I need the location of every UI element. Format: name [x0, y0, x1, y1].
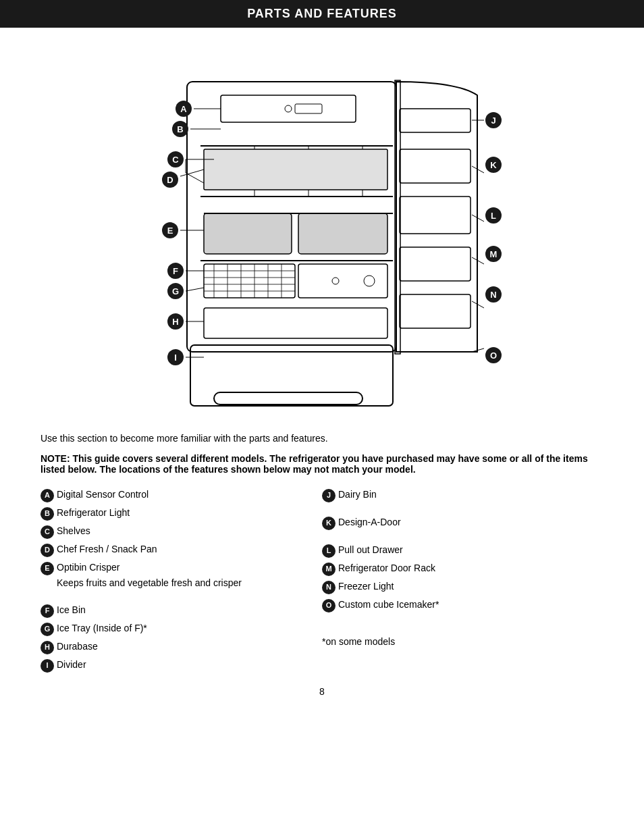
svg-line-45 — [186, 173, 204, 183]
svg-rect-4 — [400, 149, 471, 183]
badge-m: M — [322, 563, 336, 576]
features-right: J Dairy Bin K Design-A-Door L Pull out D… — [322, 488, 603, 673]
features-left: A Digital Sensor Control B Refrigerator … — [41, 488, 322, 673]
feature-l: L Pull out Drawer — [322, 544, 603, 558]
svg-text:O: O — [490, 350, 497, 361]
label-b: Refrigerator Light — [57, 506, 322, 520]
svg-point-11 — [285, 105, 292, 112]
svg-text:K: K — [490, 160, 497, 170]
svg-text:H: H — [172, 317, 178, 327]
feature-m: M Refrigerator Door Rack — [322, 562, 603, 576]
feature-n: N Freezer Light — [322, 580, 603, 594]
feature-e-sub: Keeps fruits and vegetable fresh and cri… — [57, 577, 322, 590]
feature-d: D Chef Fresh / Snack Pan — [41, 543, 322, 557]
svg-text:G: G — [172, 286, 179, 296]
badge-h: H — [41, 641, 54, 654]
refrigerator-diagram: A B C D E F G H I — [86, 41, 558, 419]
svg-text:D: D — [167, 175, 173, 185]
badge-a: A — [41, 489, 54, 502]
svg-text:L: L — [491, 211, 496, 221]
badge-k: K — [322, 517, 336, 530]
label-m: Refrigerator Door Rack — [338, 562, 603, 575]
svg-rect-2 — [214, 392, 363, 405]
feature-i: I Divider — [41, 658, 322, 673]
label-c: Shelves — [57, 525, 322, 538]
badge-b: B — [41, 507, 54, 521]
page-header: PARTS AND FEATURES — [0, 0, 644, 28]
feature-f: F Ice Bin — [41, 604, 322, 618]
label-n: Freezer Light — [338, 580, 603, 594]
label-j: Dairy Bin — [338, 488, 603, 502]
page-number: 8 — [0, 686, 644, 710]
label-d: Chef Fresh / Snack Pan — [57, 543, 322, 556]
label-a: Digital Sensor Control — [57, 488, 322, 502]
svg-rect-7 — [400, 294, 471, 328]
on-models-right: *on some models — [322, 635, 603, 649]
svg-rect-36 — [204, 308, 387, 338]
svg-rect-33 — [298, 264, 387, 298]
svg-rect-17 — [204, 149, 387, 190]
features-grid: A Digital Sensor Control B Refrigerator … — [0, 488, 644, 673]
badge-j: J — [322, 489, 336, 502]
label-h: Durabase — [57, 640, 322, 654]
svg-text:M: M — [490, 249, 498, 259]
feature-k: K Design-A-Door — [322, 516, 603, 530]
intro-text: Use this section to become more familiar… — [0, 433, 644, 444]
feature-h: H Durabase — [41, 640, 322, 654]
badge-i: I — [41, 659, 54, 673]
svg-rect-3 — [400, 109, 471, 132]
svg-text:E: E — [167, 226, 173, 236]
svg-line-48 — [180, 170, 204, 176]
label-e: Optibin Crisper — [57, 561, 322, 575]
badge-c: C — [41, 525, 54, 539]
svg-line-57 — [186, 288, 204, 291]
label-l: Pull out Drawer — [338, 544, 603, 557]
svg-rect-10 — [295, 104, 322, 113]
badge-g: G — [41, 623, 54, 636]
label-e-sub: Keeps fruits and vegetable fresh and cri… — [57, 577, 322, 590]
badge-o: O — [322, 599, 336, 613]
label-i: Divider — [57, 658, 322, 672]
badge-n: N — [322, 581, 336, 594]
note-text: NOTE: This guide covers several differen… — [0, 453, 644, 475]
label-f: Ice Bin — [57, 604, 322, 617]
feature-b: B Refrigerator Light — [41, 506, 322, 521]
svg-text:F: F — [173, 266, 178, 276]
label-k: Design-A-Door — [338, 516, 603, 529]
svg-rect-19 — [298, 213, 387, 254]
feature-g: G Ice Tray (Inside of F)* — [41, 622, 322, 636]
svg-text:C: C — [172, 155, 179, 165]
svg-rect-6 — [400, 247, 471, 281]
feature-c: C Shelves — [41, 525, 322, 539]
diagram-container: A B C D E F G H I — [86, 41, 558, 419]
badge-f: F — [41, 604, 54, 618]
feature-o: O Custom cube Icemaker* — [322, 598, 603, 613]
svg-text:A: A — [180, 104, 187, 114]
svg-text:J: J — [491, 115, 495, 126]
svg-text:N: N — [490, 290, 496, 300]
svg-text:I: I — [174, 353, 177, 363]
feature-j: J Dairy Bin — [322, 488, 603, 502]
label-o: Custom cube Icemaker* — [338, 598, 603, 612]
on-models-label: *on some models — [322, 635, 603, 649]
header-title: PARTS AND FEATURES — [247, 7, 397, 20]
svg-rect-9 — [221, 95, 356, 122]
badge-d: D — [41, 544, 54, 557]
feature-a: A Digital Sensor Control — [41, 488, 322, 502]
label-g: Ice Tray (Inside of F)* — [57, 622, 322, 635]
svg-text:B: B — [177, 124, 183, 134]
badge-e: E — [41, 562, 54, 575]
badge-l: L — [322, 544, 336, 558]
svg-rect-5 — [400, 197, 471, 234]
svg-point-35 — [332, 278, 339, 284]
svg-rect-18 — [204, 213, 292, 254]
feature-e: E Optibin Crisper — [41, 561, 322, 575]
svg-point-34 — [364, 276, 375, 286]
